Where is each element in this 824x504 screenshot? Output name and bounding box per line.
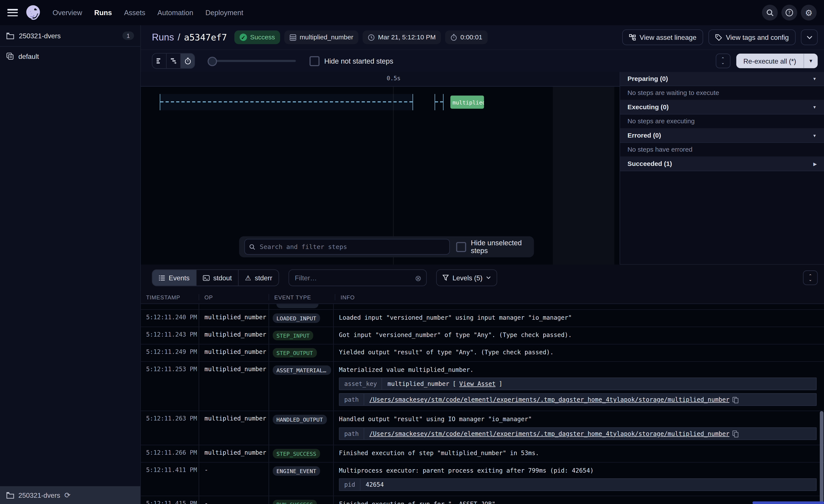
event-type-badge: STEP_OUTPUT bbox=[273, 348, 317, 358]
breadcrumb-runs-link[interactable]: Runs bbox=[152, 32, 174, 43]
chevron-down-icon bbox=[807, 35, 812, 39]
path-link[interactable]: /Users/smackesey/stm/code/elementl/exper… bbox=[369, 396, 730, 403]
search-icon[interactable] bbox=[762, 5, 778, 20]
re-execute-button-group: Re-execute all (*) ▼ bbox=[736, 54, 818, 69]
view-asset-lineage-button[interactable]: View asset lineage bbox=[622, 29, 703, 45]
sidebar-repo-row[interactable]: 250321-dvers 1 bbox=[0, 25, 140, 47]
event-row[interactable]: 5:12:11.263 PM multiplied_number HANDLED… bbox=[141, 411, 824, 445]
dagster-app: Overview Runs Assets Automation Deployme… bbox=[0, 0, 824, 504]
expand-log-button[interactable]: ⌃⌄ bbox=[803, 270, 818, 285]
step-search-input[interactable] bbox=[259, 243, 445, 251]
nav-deployment[interactable]: Deployment bbox=[205, 9, 243, 16]
gantt-waiting-segment[interactable] bbox=[434, 94, 443, 110]
col-op: OP bbox=[199, 294, 269, 300]
sidebar-item-default[interactable]: default bbox=[0, 47, 140, 66]
triangle-right-icon: ▶ bbox=[813, 161, 817, 166]
terminal-icon bbox=[203, 275, 210, 281]
status-badge: ✓ Success bbox=[234, 30, 280, 44]
event-log-section: Events stdout ⚠ stderr ⊗ bbox=[141, 265, 824, 504]
warning-icon: ⚠ bbox=[245, 274, 251, 282]
event-type-badge: LOADED_INPUT bbox=[273, 313, 320, 323]
nav-automation[interactable]: Automation bbox=[158, 9, 193, 16]
gantt-search-overlay: Hide unselected steps bbox=[239, 236, 534, 257]
asset-grid-icon bbox=[290, 34, 297, 41]
expand-collapse-button[interactable]: ⌃⌄ bbox=[716, 54, 730, 69]
levels-dropdown[interactable]: Levels (5) bbox=[436, 269, 497, 286]
scrollbar-thumb[interactable] bbox=[820, 411, 824, 504]
event-row[interactable]: 5:12:11.243 PM multiplied_number STEP_IN… bbox=[141, 327, 824, 344]
sidebar-item-label: default bbox=[18, 52, 39, 60]
nav-runs[interactable]: Runs bbox=[94, 9, 112, 16]
flat-view-icon[interactable] bbox=[152, 54, 167, 69]
sidebar-repo-label: 250321-dvers bbox=[19, 32, 61, 39]
re-execute-all-button[interactable]: Re-execute all (*) bbox=[736, 54, 804, 69]
run-header: Runs / a5347ef7 ✓ Success multiplied_num… bbox=[141, 25, 824, 50]
copy-icon[interactable] bbox=[733, 430, 737, 436]
search-icon bbox=[249, 243, 256, 250]
vertical-scrollbar bbox=[820, 411, 824, 504]
step-search-box[interactable] bbox=[244, 239, 450, 255]
svg-text:?: ? bbox=[788, 10, 791, 15]
horizontal-scrollbar-thumb[interactable] bbox=[752, 501, 824, 504]
event-type-badge: ASSET_MATERIALIZATION bbox=[273, 365, 331, 375]
panel-section-errored[interactable]: Errored (0)▼ bbox=[620, 129, 824, 143]
log-filter-box[interactable]: ⊗ bbox=[289, 269, 427, 286]
top-nav-items: Overview Runs Assets Automation Deployme… bbox=[53, 9, 243, 16]
clear-filter-icon[interactable]: ⊗ bbox=[415, 274, 421, 282]
event-row[interactable]: 5:12:11.253 PM multiplied_number ASSET_M… bbox=[141, 362, 824, 411]
event-table-body: 5:12:11.240 PM multiplied_number LOADED_… bbox=[141, 304, 824, 504]
event-row[interactable]: 5:12:11.266 PM multiplied_number STEP_SU… bbox=[141, 445, 824, 462]
run-actions-chevron-button[interactable] bbox=[801, 29, 818, 45]
slider-knob[interactable] bbox=[208, 57, 217, 66]
event-row[interactable]: 5:12:11.411 PM - ENGINE_EVENT Multiproce… bbox=[141, 462, 824, 496]
hide-not-started-label: Hide not started steps bbox=[324, 57, 393, 65]
help-icon[interactable]: ? bbox=[781, 5, 797, 20]
event-row[interactable]: 5:12:11.240 PM multiplied_number LOADED_… bbox=[141, 310, 824, 327]
list-icon bbox=[159, 275, 165, 281]
event-row[interactable]: 5:12:11.415 PM - RUN_SUCCESS Finished ex… bbox=[141, 496, 824, 504]
re-execute-dropdown-caret[interactable]: ▼ bbox=[804, 54, 818, 69]
metadata-row-pid: pid 42654 bbox=[339, 478, 817, 491]
copy-icon[interactable] bbox=[733, 397, 737, 402]
folder-icon bbox=[6, 492, 14, 499]
triangle-down-icon: ▼ bbox=[813, 105, 817, 109]
view-asset-link[interactable]: View Asset bbox=[459, 380, 496, 388]
event-log-toolbar: Events stdout ⚠ stderr ⊗ bbox=[141, 265, 824, 291]
settings-gear-icon[interactable]: ⚙ bbox=[801, 5, 817, 20]
view-tags-config-button[interactable]: View tags and config bbox=[709, 29, 796, 45]
tab-stderr[interactable]: ⚠ stderr bbox=[238, 270, 279, 286]
tab-events[interactable]: Events bbox=[152, 270, 196, 286]
asset-group-icon bbox=[6, 52, 14, 60]
hide-unselected-checkbox[interactable] bbox=[456, 242, 466, 252]
metadata-row-path: path /Users/smackesey/stm/code/elementl/… bbox=[339, 427, 817, 440]
reload-icon[interactable]: ⟳ bbox=[64, 491, 70, 499]
nav-overview[interactable]: Overview bbox=[53, 9, 82, 16]
event-type-badge: ENGINE_EVENT bbox=[273, 466, 320, 476]
panel-section-succeeded[interactable]: Succeeded (1)▶ bbox=[620, 157, 824, 171]
gantt-step-bar[interactable]: multiplied_number bbox=[450, 96, 484, 109]
panel-body-preparing: No steps are waiting to execute bbox=[620, 86, 824, 100]
sidebar-footer[interactable]: 250321-dvers ⟳ bbox=[0, 486, 140, 504]
panel-section-preparing[interactable]: Preparing (0)▼ bbox=[620, 72, 824, 86]
panel-body-errored: No steps have errored bbox=[620, 143, 824, 157]
axis-tick-label: 0.5s bbox=[385, 75, 402, 82]
funnel-icon bbox=[442, 274, 449, 281]
chevron-down-icon bbox=[486, 276, 491, 279]
path-link[interactable]: /Users/smackesey/stm/code/elementl/exper… bbox=[369, 430, 730, 437]
hide-not-started-checkbox[interactable] bbox=[310, 56, 320, 66]
log-filter-input[interactable] bbox=[294, 273, 411, 282]
footer-repo-label: 250321-dvers bbox=[18, 491, 60, 499]
gantt-zoom-slider[interactable] bbox=[208, 60, 296, 62]
waterfall-view-icon[interactable] bbox=[167, 54, 181, 69]
tab-stdout[interactable]: stdout bbox=[196, 270, 238, 286]
gantt-waiting-bar[interactable] bbox=[160, 94, 413, 110]
event-row[interactable]: 5:12:11.249 PM multiplied_number STEP_OU… bbox=[141, 344, 824, 362]
start-time-pill: Mar 21, 5:12:10 PM bbox=[363, 30, 441, 44]
nav-assets[interactable]: Assets bbox=[124, 9, 145, 16]
hamburger-menu-icon[interactable] bbox=[7, 9, 18, 16]
panel-section-executing[interactable]: Executing (0)▼ bbox=[620, 100, 824, 115]
timed-view-icon[interactable] bbox=[181, 54, 194, 69]
col-info: INFO bbox=[335, 294, 824, 300]
dagster-logo[interactable] bbox=[24, 4, 42, 22]
event-table-header: TIMESTAMP OP EVENT TYPE INFO bbox=[141, 291, 824, 304]
